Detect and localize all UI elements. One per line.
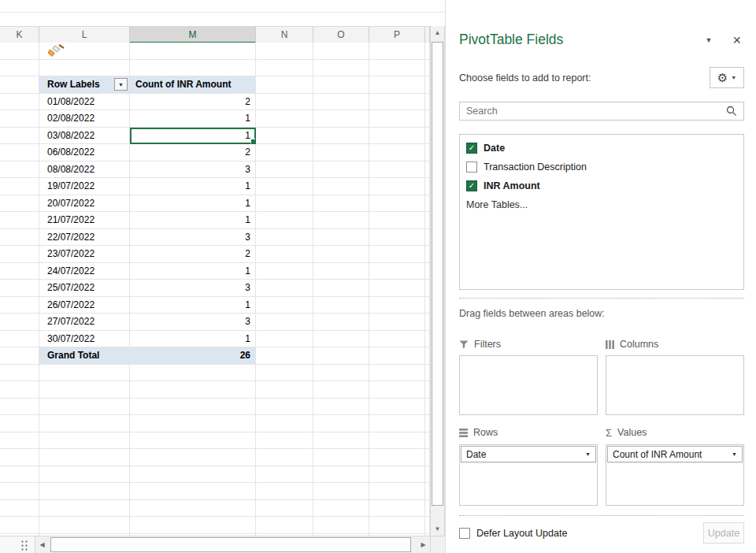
grid-cell[interactable] [369,246,425,263]
column-header-M[interactable]: M [130,27,256,43]
grid-cell[interactable] [256,43,313,60]
grid-cell[interactable] [39,381,130,399]
grid-cell[interactable] [369,263,425,280]
grid-cell[interactable] [256,365,313,382]
scroll-left-button[interactable]: ◀ [35,536,49,553]
grid-cell[interactable] [0,94,39,111]
format-brush-icon[interactable] [47,43,66,59]
tab-splitter-dots[interactable] [20,540,29,551]
grid-cell[interactable] [256,347,313,365]
grid-cell[interactable] [0,415,39,432]
grid-cell[interactable] [313,466,369,484]
pivot-row-label[interactable]: 03/08/2022 [39,128,130,145]
grid-cell[interactable] [39,517,130,534]
pivot-row-value[interactable]: 3 [130,161,256,179]
grid-cell[interactable] [313,331,369,348]
grid-cell[interactable] [369,144,425,161]
grid-cell[interactable] [0,347,39,365]
pivot-row-label[interactable]: 08/08/2022 [39,161,130,179]
grid-cell[interactable] [256,517,313,534]
filters-area[interactable] [459,355,598,415]
grid-cell[interactable] [0,280,39,297]
columns-area[interactable] [606,355,744,415]
grid-cell[interactable] [369,517,425,534]
pivot-row-value[interactable]: 1 [130,331,256,348]
grid-cell[interactable] [130,60,256,77]
grid-cell[interactable] [0,195,39,213]
grid-cell[interactable] [0,60,39,77]
grid-cell[interactable] [369,449,425,466]
grid-cell[interactable] [130,517,256,534]
grid-cell[interactable] [313,297,369,314]
grid-cell[interactable] [256,331,313,348]
grid-cell[interactable] [313,347,369,365]
grid-cell[interactable] [313,144,369,161]
grid-cell[interactable] [0,212,39,229]
pivot-row-value[interactable]: 2 [130,144,256,161]
pivot-row-label[interactable]: 25/07/2022 [39,280,130,297]
selected-cell[interactable]: 1 [130,128,256,145]
vertical-scroll-track[interactable] [431,39,444,522]
search-box[interactable] [459,102,744,121]
grid-cell[interactable] [313,517,369,534]
grid-cell[interactable] [313,314,369,331]
pivot-row-labels-header[interactable]: Row Labels▼ [39,76,130,94]
grid-cell[interactable] [313,432,369,450]
grid-cell[interactable] [256,94,313,111]
grid-cell[interactable] [39,399,130,416]
grid-cell[interactable] [256,500,313,518]
pivot-row-value[interactable]: 1 [130,178,256,195]
column-header-O[interactable]: O [313,27,369,43]
grid-cell[interactable] [256,161,313,179]
grid-cell[interactable] [256,110,313,128]
pane-options-button[interactable]: ▼ [699,33,719,47]
grid-cell[interactable] [130,483,256,500]
grid-cell[interactable] [130,432,256,450]
pivot-row-label[interactable]: 01/08/2022 [39,94,130,111]
grid-cell[interactable] [0,432,39,450]
more-tables-link[interactable]: More Tables... [460,199,743,210]
grid-cell[interactable] [130,415,256,432]
grid-cell[interactable] [0,381,39,399]
grid-cell[interactable] [0,500,39,518]
chevron-down-icon[interactable]: ▼ [732,451,737,457]
grid-cell[interactable] [256,415,313,432]
grid-cell[interactable] [369,331,425,348]
grid-cell[interactable] [256,483,313,500]
grid-cell[interactable] [256,178,313,195]
grid-cell[interactable] [369,128,425,145]
grid-cell[interactable] [369,94,425,111]
pivot-row-label[interactable]: 23/07/2022 [39,246,130,263]
grid-cell[interactable] [313,195,369,213]
column-header-L[interactable]: L [39,27,130,43]
grid-cell[interactable] [313,178,369,195]
vertical-scrollbar[interactable]: ▲ ▼ [430,26,445,536]
field-item-date[interactable]: ✓ Date [460,139,743,158]
grid-cell[interactable] [0,144,39,161]
pivot-row-value[interactable]: 1 [130,110,256,128]
grid-cell[interactable] [256,280,313,297]
horizontal-scrollbar[interactable]: ◀ ▶ [0,536,445,553]
pivot-row-value[interactable]: 3 [130,314,256,331]
pivot-row-label[interactable]: 27/07/2022 [39,314,130,331]
grid-cell[interactable] [313,280,369,297]
pivot-row-label[interactable]: 22/07/2022 [39,229,130,247]
grid-cell[interactable] [256,466,313,484]
horizontal-scroll-thumb[interactable] [50,537,411,552]
grid-cell[interactable] [256,399,313,416]
grid-cell[interactable] [313,128,369,145]
pivot-row-value[interactable]: 2 [130,94,256,111]
pivot-row-label[interactable]: 20/07/2022 [39,195,130,213]
grid-cell[interactable] [369,110,425,128]
grid-cell[interactable] [369,314,425,331]
vertical-scroll-thumb[interactable] [432,42,443,506]
grid-cell[interactable] [39,466,130,484]
grid-cell[interactable] [369,466,425,484]
defer-layout-label[interactable]: Defer Layout Update [476,528,703,539]
checkbox-unchecked-icon[interactable] [466,161,477,173]
grid-cell[interactable] [130,449,256,466]
pivot-row-value[interactable]: 1 [130,212,256,229]
field-chip-count-of-inr-amount[interactable]: Count of INR Amount ▼ [607,446,743,462]
rows-area[interactable]: Date ▼ [459,444,598,506]
scroll-up-button[interactable]: ▲ [431,26,444,39]
